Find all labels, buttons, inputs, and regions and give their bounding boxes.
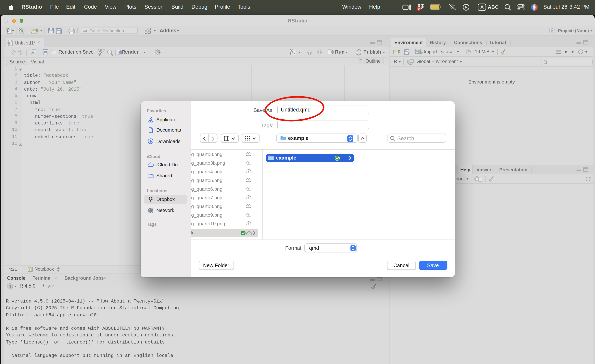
svg-text:2: 2 (418, 7, 419, 11)
svg-text:A: A (480, 5, 484, 10)
svg-text:R: R (8, 284, 12, 289)
svg-text:R: R (551, 29, 553, 32)
svg-text:ABC: ABC (98, 49, 105, 53)
